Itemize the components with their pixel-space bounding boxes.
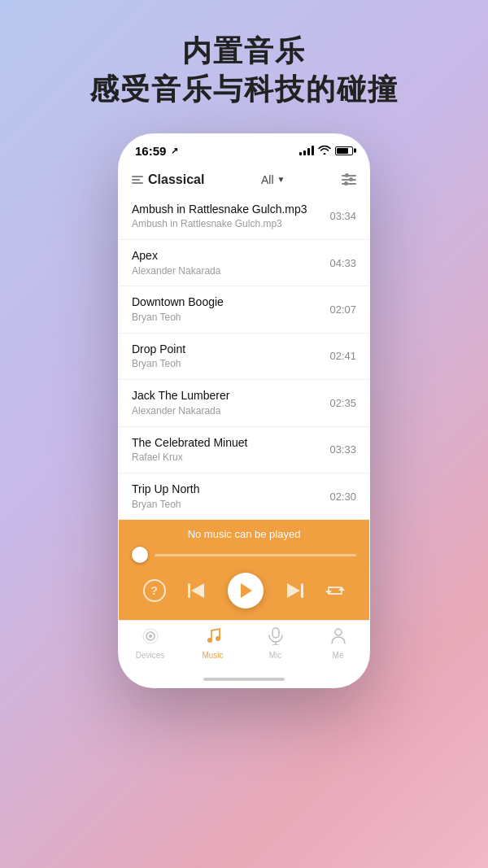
song-artist: Rafael Krux <box>132 451 328 465</box>
category-title[interactable]: Classical <box>132 172 204 187</box>
tab-label: Mic <box>269 651 282 660</box>
filter-button[interactable]: All ▼ <box>261 173 285 186</box>
player-controls: ? <box>132 573 356 608</box>
song-item[interactable]: Downtown Boogie Bryan Teoh 02:07 <box>119 286 369 333</box>
progress-track[interactable] <box>155 554 356 556</box>
question-circle-icon: ? <box>143 579 166 602</box>
next-icon <box>285 583 303 598</box>
tab-label: Music <box>202 651 223 660</box>
song-artist: Alexander Nakarada <box>132 264 328 278</box>
status-bar: 16:59 ↗ <box>119 134 369 164</box>
song-duration: 02:30 <box>328 491 356 503</box>
tab-devices[interactable]: Devices <box>119 627 181 660</box>
song-duration: 02:41 <box>328 350 356 362</box>
svg-rect-2 <box>301 583 303 598</box>
song-info: Downtown Boogie Bryan Teoh <box>132 294 328 324</box>
play-button[interactable] <box>228 573 264 608</box>
song-duration: 02:35 <box>328 397 356 409</box>
filter-label: All <box>261 173 274 186</box>
song-duration: 02:07 <box>328 303 356 316</box>
next-button[interactable] <box>285 583 303 598</box>
svg-point-9 <box>207 638 212 643</box>
question-button[interactable]: ? <box>143 579 166 602</box>
battery-icon <box>335 146 353 155</box>
song-item[interactable]: Trip Up North Bryan Teoh 02:30 <box>119 473 369 520</box>
repeat-icon <box>325 582 345 599</box>
app-content: Classical All ▼ Ambush in Rattlesnake Gu… <box>119 164 369 688</box>
tab-icon <box>268 627 283 648</box>
header-line1: 内置音乐 <box>0 33 488 71</box>
tab-icon <box>205 627 221 648</box>
play-triangle-icon <box>241 583 252 598</box>
phone-mockup: 16:59 ↗ <box>118 133 370 689</box>
song-info: Drop Point Bryan Teoh <box>132 342 328 371</box>
song-item[interactable]: The Celebrated Minuet Rafael Krux 03:33 <box>119 427 369 473</box>
signal-icon <box>299 146 314 155</box>
song-title: Trip Up North <box>132 482 328 498</box>
song-info: Trip Up North Bryan Teoh <box>132 482 328 511</box>
wifi-icon <box>318 145 331 157</box>
song-item[interactable]: Ambush in Rattlesnake Gulch.mp3 Ambush i… <box>119 194 369 240</box>
song-artist: Bryan Teoh <box>132 357 328 371</box>
tab-bar: Devices Music Mic Me <box>119 620 369 673</box>
app-header: Classical All ▼ <box>119 164 369 194</box>
song-item[interactable]: Apex Alexander Nakarada 04:33 <box>119 240 369 286</box>
song-artist: Bryan Teoh <box>132 498 328 512</box>
song-item[interactable]: Drop Point Bryan Teoh 02:41 <box>119 334 369 380</box>
svg-point-10 <box>216 636 220 641</box>
svg-marker-1 <box>191 583 204 598</box>
song-title: Ambush in Rattlesnake Gulch.mp3 <box>132 202 328 218</box>
svg-marker-3 <box>287 583 300 598</box>
progress-bar[interactable] <box>132 547 356 563</box>
song-artist: Bryan Teoh <box>132 311 328 325</box>
player-bar: No music can be played ? <box>119 520 369 620</box>
player-status: No music can be played <box>132 528 356 540</box>
filter-arrow-icon: ▼ <box>277 175 285 184</box>
tab-me[interactable]: Me <box>307 627 369 660</box>
tab-icon <box>142 627 159 648</box>
sliders-icon[interactable] <box>342 175 356 185</box>
header-line2: 感受音乐与科技的碰撞 <box>0 71 488 109</box>
prev-button[interactable] <box>188 583 206 598</box>
tab-label: Me <box>333 651 344 660</box>
progress-thumb[interactable] <box>132 547 148 563</box>
song-item[interactable]: Jack The Lumberer Alexander Nakarada 02:… <box>119 380 369 426</box>
song-title: The Celebrated Minuet <box>132 435 328 451</box>
tab-label: Devices <box>136 651 165 660</box>
svg-point-8 <box>149 635 152 638</box>
song-duration: 04:33 <box>328 257 356 269</box>
song-info: Jack The Lumberer Alexander Nakarada <box>132 388 328 417</box>
prev-icon <box>188 583 206 598</box>
song-artist: Ambush in Rattlesnake Gulch.mp3 <box>132 217 328 231</box>
tab-music[interactable]: Music <box>181 627 244 660</box>
menu-lines-icon <box>132 176 143 184</box>
svg-rect-0 <box>188 583 190 598</box>
song-title: Apex <box>132 248 328 264</box>
svg-rect-11 <box>272 628 279 638</box>
song-info: The Celebrated Minuet Rafael Krux <box>132 435 328 465</box>
repeat-button[interactable] <box>325 582 345 599</box>
status-time: 16:59 ↗ <box>135 144 178 158</box>
status-icons <box>299 145 353 157</box>
song-title: Jack The Lumberer <box>132 388 328 404</box>
category-name: Classical <box>148 172 204 187</box>
tab-mic[interactable]: Mic <box>244 627 307 660</box>
svg-point-14 <box>335 629 342 635</box>
song-title: Drop Point <box>132 342 328 358</box>
song-duration: 03:34 <box>328 210 356 222</box>
tab-icon <box>330 627 346 648</box>
home-bar <box>203 678 285 681</box>
home-indicator <box>119 673 369 687</box>
song-list: Ambush in Rattlesnake Gulch.mp3 Ambush i… <box>119 194 369 521</box>
song-info: Ambush in Rattlesnake Gulch.mp3 Ambush i… <box>132 202 328 231</box>
song-title: Downtown Boogie <box>132 294 328 311</box>
song-info: Apex Alexander Nakarada <box>132 248 328 277</box>
nav-arrow-icon: ↗ <box>171 146 178 156</box>
song-artist: Alexander Nakarada <box>132 404 328 418</box>
song-duration: 03:33 <box>328 443 356 456</box>
